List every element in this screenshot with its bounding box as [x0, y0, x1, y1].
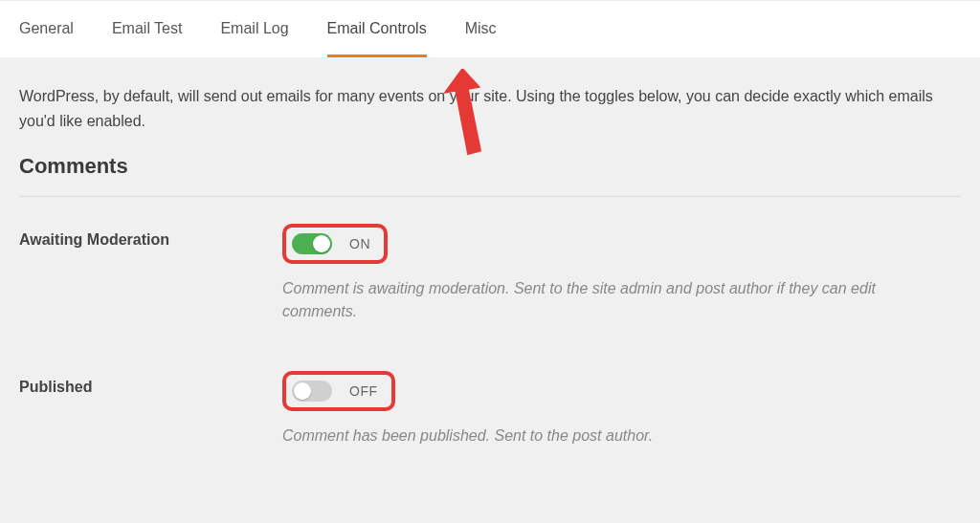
setting-label: Published	[19, 371, 282, 396]
setting-control: OFF Comment has been published. Sent to …	[282, 371, 961, 447]
toggle-knob	[294, 382, 311, 400]
setting-label: Awaiting Moderation	[19, 224, 282, 249]
highlight-box: OFF	[282, 371, 395, 411]
toggle-state-text: ON	[349, 236, 370, 251]
divider	[19, 196, 961, 197]
section-title-comments: Comments	[19, 154, 961, 179]
tab-general[interactable]: General	[19, 20, 74, 57]
tab-email-controls[interactable]: Email Controls	[327, 20, 427, 57]
highlight-box: ON	[282, 224, 388, 264]
tab-misc[interactable]: Misc	[465, 20, 497, 57]
content-panel: WordPress, by default, will send out ema…	[0, 57, 980, 523]
setting-published: Published OFF Comment has been published…	[19, 371, 961, 447]
setting-control: ON Comment is awaiting moderation. Sent …	[282, 224, 961, 323]
setting-description: Comment has been published. Sent to the …	[282, 425, 952, 447]
toggle-knob	[313, 235, 330, 252]
tab-email-log[interactable]: Email Log	[220, 20, 288, 57]
tab-email-test[interactable]: Email Test	[112, 20, 183, 57]
toggle-awaiting-moderation[interactable]	[292, 233, 332, 254]
intro-text: WordPress, by default, will send out ema…	[19, 84, 957, 133]
tabs: General Email Test Email Log Email Contr…	[0, 0, 980, 57]
toggle-published[interactable]	[292, 381, 332, 402]
toggle-state-text: OFF	[349, 383, 378, 399]
setting-awaiting-moderation: Awaiting Moderation ON Comment is awaiti…	[19, 224, 961, 323]
setting-description: Comment is awaiting moderation. Sent to …	[282, 277, 952, 323]
